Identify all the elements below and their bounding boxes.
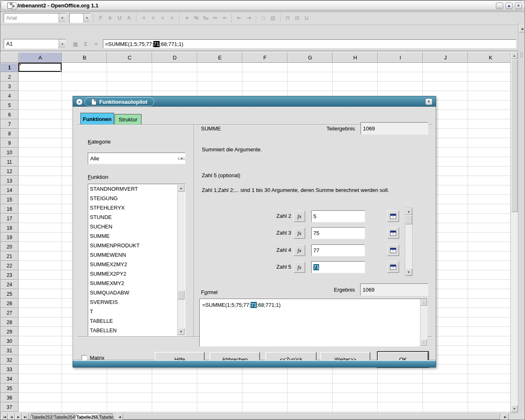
function-autopilot-button[interactable]: ▦ — [71, 39, 80, 48]
add-decimal-button[interactable]: 00+ — [210, 14, 220, 23]
row-header-18[interactable]: 18 — [0, 223, 18, 233]
function-item-sverweis[interactable]: SVERWEIS — [88, 297, 185, 307]
minimize-button[interactable]: _ — [496, 2, 503, 9]
row-header-28[interactable]: 28 — [0, 317, 18, 327]
align-center-vertical-button[interactable]: ⊟ — [292, 14, 302, 23]
row-header-37[interactable]: 37 — [0, 402, 18, 412]
dock-handle[interactable] — [520, 52, 524, 58]
row-header-5[interactable]: 5 — [0, 100, 18, 110]
argument-input-3[interactable]: 75 — [311, 227, 365, 239]
fx-button[interactable]: fx — [294, 228, 305, 239]
argument-input-2[interactable]: 5 — [311, 210, 365, 222]
function-item-sumquadabw[interactable]: SUMQUADABW — [88, 288, 185, 297]
fx-button[interactable]: fx — [294, 211, 305, 222]
dialog-close-button[interactable]: × — [425, 98, 432, 105]
formula-input[interactable]: =SUMME(1;5;75;77;71;68;771;1) — [103, 39, 516, 48]
row-header-11[interactable]: 11 — [0, 157, 18, 167]
function-list[interactable]: STANDNORMVERTSTEIGUNGSTFEHLERYXSTUNDESUC… — [88, 184, 185, 336]
row-header-23[interactable]: 23 — [0, 270, 18, 280]
last-sheet-button[interactable]: ▶| — [22, 413, 29, 420]
align-right-button[interactable]: ≡ — [158, 14, 167, 23]
row-header-19[interactable]: 19 — [0, 233, 18, 242]
equals-button[interactable]: = — [91, 39, 100, 48]
select-all-corner[interactable] — [0, 52, 18, 63]
function-item-summewenn[interactable]: SUMMEWENN — [88, 250, 185, 260]
hide-panel-arrow[interactable]: ◀ — [519, 25, 525, 32]
row-header-9[interactable]: 9 — [0, 138, 18, 148]
tab-funktionen[interactable]: Funktionen — [80, 113, 114, 125]
align-left-button[interactable]: ≡ — [139, 14, 148, 23]
first-sheet-button[interactable]: |◀ — [1, 413, 8, 420]
scroll-down-button[interactable]: ▼ — [511, 405, 518, 412]
row-header-30[interactable]: 30 — [0, 336, 18, 346]
function-item-stfehleryx[interactable]: STFEHLERYX — [88, 203, 185, 212]
align-center-button[interactable]: ≡ — [148, 14, 158, 23]
row-header-26[interactable]: 26 — [0, 299, 18, 308]
align-bottom-button[interactable]: ⊔ — [302, 14, 311, 23]
function-item-stunde[interactable]: STUNDE — [88, 212, 185, 222]
scroll-up-button[interactable]: ▲ — [420, 299, 427, 306]
row-header-14[interactable]: 14 — [0, 185, 18, 195]
sheet-tab-tabelle254[interactable]: Tabelle254 — [52, 413, 77, 420]
dialog-titlebar[interactable]: ▼ Funktionsautopilot × — [73, 96, 436, 107]
shrink-button[interactable]: ↑ — [387, 244, 399, 256]
function-item-t[interactable]: T — [88, 307, 185, 316]
horizontal-scroll-thumb[interactable] — [123, 414, 500, 420]
chevron-down-icon[interactable]: ▼ — [59, 14, 66, 23]
function-item-standnormvert[interactable]: STANDNORMVERT — [88, 184, 185, 194]
scroll-up-button[interactable]: ▲ — [405, 208, 412, 215]
function-item-summex2my2[interactable]: SUMMEX2MY2 — [88, 260, 185, 269]
column-header-c[interactable]: C — [107, 52, 152, 63]
column-header-f[interactable]: F — [242, 52, 288, 63]
argument-input-5[interactable]: 71 — [311, 261, 365, 273]
row-header-7[interactable]: 7 — [0, 119, 18, 129]
row-header-32[interactable]: 32 — [0, 355, 18, 365]
scroll-down-button[interactable]: ▼ — [420, 339, 427, 346]
function-item-steigung[interactable]: STEIGUNG — [88, 194, 185, 203]
vertical-scrollbar[interactable]: ▲ ▼ — [510, 52, 518, 413]
row-header-12[interactable]: 12 — [0, 167, 18, 176]
column-header-h[interactable]: H — [333, 52, 378, 63]
vertical-scroll-thumb[interactable] — [511, 59, 518, 212]
row-header-15[interactable]: 15 — [0, 195, 18, 204]
underline-button[interactable]: U — [115, 14, 124, 23]
next-sheet-button[interactable]: ▶ — [15, 413, 22, 420]
row-header-36[interactable]: 36 — [0, 393, 18, 402]
row-header-35[interactable]: 35 — [0, 383, 18, 393]
tab-struktur[interactable]: Struktur — [114, 114, 142, 125]
decrease-indent-button[interactable]: ⇤ — [235, 14, 244, 23]
row-header-6[interactable]: 6 — [0, 110, 18, 119]
column-header-d[interactable]: D — [152, 52, 197, 63]
italic-button[interactable]: k — [105, 14, 115, 23]
bold-button[interactable]: F — [96, 14, 105, 23]
row-header-22[interactable]: 22 — [0, 261, 18, 270]
function-item-summex2py2[interactable]: SUMMEX2PY2 — [88, 269, 185, 278]
row-header-29[interactable]: 29 — [0, 327, 18, 336]
fx-button[interactable]: fx — [294, 262, 305, 273]
align-top-button[interactable]: ⊓ — [283, 14, 292, 23]
maximize-button[interactable]: ▲ — [505, 2, 513, 9]
hscroll-right-button[interactable]: ▶ — [502, 413, 509, 420]
horizontal-scrollbar[interactable] — [123, 413, 501, 420]
dialog-system-menu-button[interactable]: ▼ — [76, 98, 83, 105]
scroll-up-button[interactable]: ▲ — [178, 185, 185, 192]
argument-input-4[interactable]: 77 — [311, 244, 365, 256]
currency-format-button[interactable]: ¤ — [182, 14, 192, 23]
align-justify-button[interactable]: ≡ — [167, 14, 177, 23]
row-header-20[interactable]: 20 — [0, 242, 18, 251]
row-header-8[interactable]: 8 — [0, 129, 18, 138]
row-header-10[interactable]: 10 — [0, 148, 18, 157]
function-item-suchen[interactable]: SUCHEN — [88, 222, 185, 231]
row-header-24[interactable]: 24 — [0, 280, 18, 289]
chevron-down-icon[interactable]: ▼ — [178, 157, 185, 160]
standard-format-button[interactable]: ‰ — [201, 14, 210, 23]
sheet-tab-tabelle255[interactable]: Tabelle255 — [74, 413, 100, 420]
font-color-button[interactable]: A — [124, 14, 134, 23]
formula-textarea[interactable]: =SUMME(1;5;75;77;71;68;771;1) ▲ ▼ — [199, 299, 427, 347]
row-header-34[interactable]: 34 — [0, 374, 18, 383]
row-header-27[interactable]: 27 — [0, 308, 18, 317]
function-item-summe[interactable]: SUMME — [88, 231, 185, 241]
name-box[interactable]: A1 ▼ — [4, 39, 66, 49]
chevron-down-icon[interactable]: ▼ — [59, 39, 66, 48]
function-list-scrollbar[interactable]: ▲ ▼ — [177, 185, 185, 336]
